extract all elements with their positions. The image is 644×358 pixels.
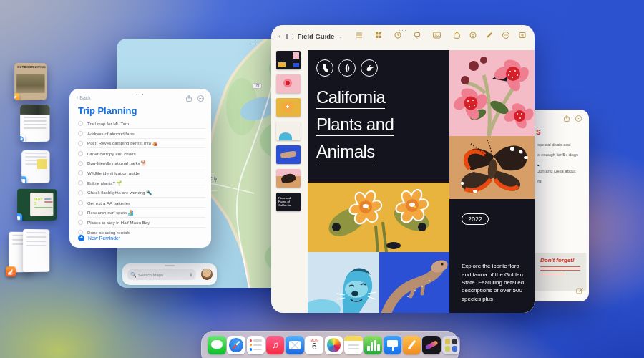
share-icon[interactable] (454, 32, 460, 39)
dock-photos-icon[interactable] (325, 336, 343, 354)
slide-title: California Plants and Animals (316, 87, 394, 169)
slide-thumbnail-5[interactable] (276, 145, 301, 164)
dock-safari-icon[interactable] (227, 336, 245, 354)
checkbox-circle[interactable] (78, 121, 83, 126)
dock: ♫ MON 6 (201, 331, 459, 358)
more-icon[interactable] (575, 115, 582, 122)
note-text-fragment: special deals and (537, 142, 585, 147)
reminder-item[interactable]: Places to stay in Half Moon Bay (78, 218, 205, 228)
reminder-item[interactable]: Dog-friendly national parks 🐕 (78, 158, 205, 168)
dock-reminders-icon[interactable] (247, 336, 265, 354)
checkbox-circle[interactable] (78, 131, 83, 136)
new-reminder-button[interactable]: + New Reminder (78, 235, 120, 241)
share-icon[interactable] (186, 95, 192, 102)
slide-thumbnail-7[interactable]: Flora and Fauna of California (276, 193, 301, 211)
slide-thumbnail-3[interactable] (276, 98, 301, 117)
dock-procreate-icon[interactable] (422, 336, 441, 354)
drag-handle[interactable] (165, 265, 175, 266)
timer-icon[interactable] (394, 32, 401, 39)
microphone-icon[interactable]: 🎙 (189, 273, 193, 277)
note-text-fragment: Jon and Delia about (537, 169, 585, 173)
california-state-icon (316, 59, 333, 77)
media-icon[interactable] (433, 32, 441, 39)
dock-mail-icon[interactable] (286, 336, 304, 354)
note-text-fragment: e enough for 5+ dogs (537, 153, 585, 157)
keynote-window[interactable]: ··· ‹ Field Guide ⌄ (271, 25, 535, 313)
reminder-text: Get extra AA batteries (87, 200, 130, 205)
leaf-icon (338, 59, 356, 77)
checkbox-circle[interactable] (78, 161, 83, 166)
safari-app-icon (20, 135, 25, 142)
stage-thumbnail-playgrounds[interactable] (9, 229, 49, 276)
list-title: Trip Planning (78, 105, 137, 116)
more-icon[interactable] (197, 95, 204, 102)
slide-thumbnail-2[interactable] (276, 74, 301, 93)
user-avatar[interactable] (201, 268, 213, 280)
maps-search-card[interactable]: 🔍 Search Maps 🎙 (122, 263, 217, 285)
dock-numbers-icon[interactable] (364, 336, 382, 354)
dock-messages-icon[interactable] (208, 336, 226, 354)
pencil-icon[interactable] (486, 32, 493, 39)
back-button[interactable]: ‹ Back (77, 95, 91, 100)
maps-search-field[interactable]: 🔍 Search Maps 🎙 (127, 269, 196, 280)
plus-icon: + (78, 235, 84, 241)
more-icon[interactable] (502, 32, 509, 39)
note-text-fragment: rg (537, 179, 585, 183)
stage-thumbnail-mail[interactable] (21, 150, 49, 183)
document-title[interactable]: Field Guide (298, 32, 335, 40)
reminder-item[interactable]: Edible plants? 🌱 (78, 178, 205, 188)
reminder-item[interactable]: Check flashlights are working 🔦 (78, 188, 205, 198)
add-slide-icon[interactable] (519, 32, 526, 39)
reminder-item[interactable]: Address of almond farm (78, 129, 205, 139)
red-flower-illustration (449, 50, 535, 136)
slide-thumbnail-4[interactable] (276, 122, 301, 140)
back-chevron-icon[interactable]: ‹ (278, 32, 281, 40)
stage-thumbnail-safari[interactable] (20, 105, 49, 142)
lasso-icon[interactable] (414, 32, 421, 39)
collaborate-icon[interactable] (469, 32, 477, 39)
share-icon[interactable] (564, 115, 570, 122)
reminder-item[interactable]: Wildlife identification guide (78, 168, 205, 178)
reminder-item[interactable]: Order canopy and chairs (78, 148, 205, 158)
maps-window-handle[interactable]: ··· (249, 41, 258, 47)
grid-view-icon[interactable] (375, 32, 382, 39)
slide-navigator-icon[interactable] (286, 34, 293, 39)
yellow-note (37, 159, 47, 169)
checkbox-circle[interactable] (78, 170, 83, 175)
reminder-text: Point Reyes camping permit info ⛺ (87, 140, 158, 146)
reminder-text: Edible plants? 🌱 (87, 180, 122, 186)
checkbox-circle[interactable] (78, 180, 83, 185)
reminder-item[interactable]: Trail map for Mt. Tam (78, 119, 205, 129)
slide-body-text: Explore the iconic flora and fauna of th… (462, 262, 530, 303)
reminder-item[interactable]: Research surf spots 🏄 (78, 208, 205, 218)
dock-notes-icon[interactable] (344, 336, 363, 354)
checkbox-circle[interactable] (78, 211, 83, 216)
dock-music-icon[interactable]: ♫ (266, 336, 285, 354)
slide-thumbnail-6[interactable] (276, 169, 301, 188)
flower-panel (449, 50, 535, 136)
checkbox-circle[interactable] (78, 200, 83, 205)
dock-calendar-icon[interactable]: MON 6 (305, 336, 323, 354)
dock-keynote-icon[interactable] (384, 336, 402, 354)
outline-view-icon[interactable] (356, 32, 363, 39)
stage-thumbnail-keynote[interactable]: DAY 3 (17, 189, 57, 221)
slide-canvas[interactable]: California Plants and Animals (304, 47, 535, 313)
year-badge: 2022 (462, 213, 489, 225)
info-panel: 2022 Explore the iconic flora and fauna … (449, 199, 535, 313)
reminders-window[interactable]: ··· ‹ Back Trip Planning Trail map for M… (69, 89, 211, 248)
checkbox-circle[interactable] (78, 220, 83, 225)
mail-app-icon (21, 176, 26, 183)
handwriting-text: Don't forget! (535, 253, 586, 263)
dock-pages-icon[interactable] (403, 336, 421, 354)
pages-doc-title: OUTDOOR LIVING (14, 63, 47, 69)
reminder-item[interactable]: Point Reyes camping permit info ⛺ (78, 139, 205, 149)
checkbox-circle[interactable] (78, 141, 83, 146)
checkbox-circle[interactable] (78, 190, 83, 195)
reminder-item[interactable]: Get extra AA batteries (78, 198, 205, 208)
swift-playgrounds-app-icon (6, 266, 16, 276)
dock-app-library-icon[interactable] (442, 336, 461, 354)
checkbox-circle[interactable] (78, 151, 83, 156)
slide-thumbnail-1[interactable] (276, 51, 301, 69)
stage-thumbnail-pages[interactable]: OUTDOOR LIVING (14, 63, 47, 100)
compose-icon[interactable] (576, 284, 583, 297)
